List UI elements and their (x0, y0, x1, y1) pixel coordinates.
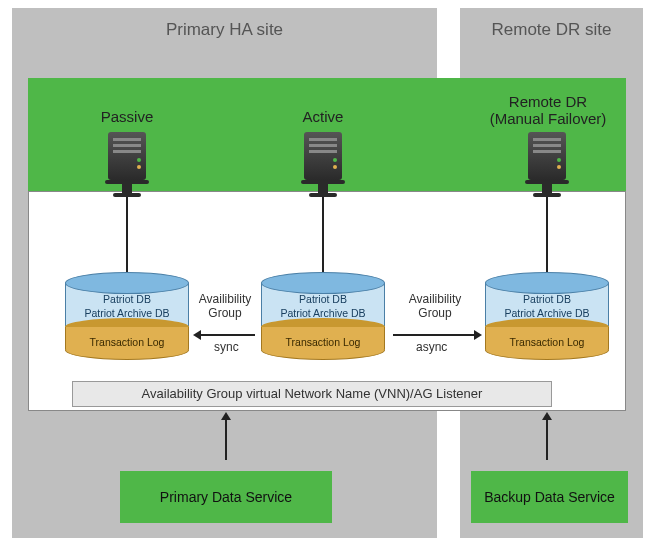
avail-group-label-right: AvailibilityGroup (398, 292, 472, 320)
server-icon-remote (528, 132, 566, 194)
link-passive (126, 194, 128, 272)
db-active-line1: Patriot DB (299, 293, 347, 305)
link-active (322, 194, 324, 272)
remote-label: Remote DR (Manual Failover) (478, 93, 618, 128)
arrow-backup-service (546, 420, 548, 460)
arrow-primary-service (225, 420, 227, 460)
arrow-async (393, 334, 475, 336)
passive-label: Passive (57, 108, 197, 125)
server-icon-passive (108, 132, 146, 194)
avail-group-label-left: AvailibilityGroup (188, 292, 262, 320)
sync-label: sync (214, 340, 239, 354)
remote-label-line2: (Manual Failover) (490, 110, 607, 127)
remote-site-title: Remote DR site (460, 8, 643, 40)
db-passive-line2: Patriot Archive DB (84, 307, 169, 319)
remote-label-line1: Remote DR (509, 93, 587, 110)
db-active-line2: Patriot Archive DB (280, 307, 365, 319)
link-remote (546, 194, 548, 272)
db-active: Patriot DBPatriot Archive DB Transaction… (261, 272, 385, 360)
backup-data-service: Backup Data Service (471, 471, 628, 523)
db-active-tlog: Transaction Log (286, 336, 361, 348)
active-label: Active (253, 108, 393, 125)
server-icon-active (304, 132, 342, 194)
async-label: async (416, 340, 447, 354)
db-remote-line2: Patriot Archive DB (504, 307, 589, 319)
db-remote: Patriot DBPatriot Archive DB Transaction… (485, 272, 609, 360)
vnn-listener-bar: Availability Group virtual Network Name … (72, 381, 552, 407)
db-passive-tlog: Transaction Log (90, 336, 165, 348)
primary-site-title: Primary HA site (12, 8, 437, 40)
primary-data-service: Primary Data Service (120, 471, 332, 523)
db-passive-line1: Patriot DB (103, 293, 151, 305)
db-passive: Patriot DBPatriot Archive DB Transaction… (65, 272, 189, 360)
db-remote-line1: Patriot DB (523, 293, 571, 305)
arrow-sync (200, 334, 255, 336)
db-remote-tlog: Transaction Log (510, 336, 585, 348)
